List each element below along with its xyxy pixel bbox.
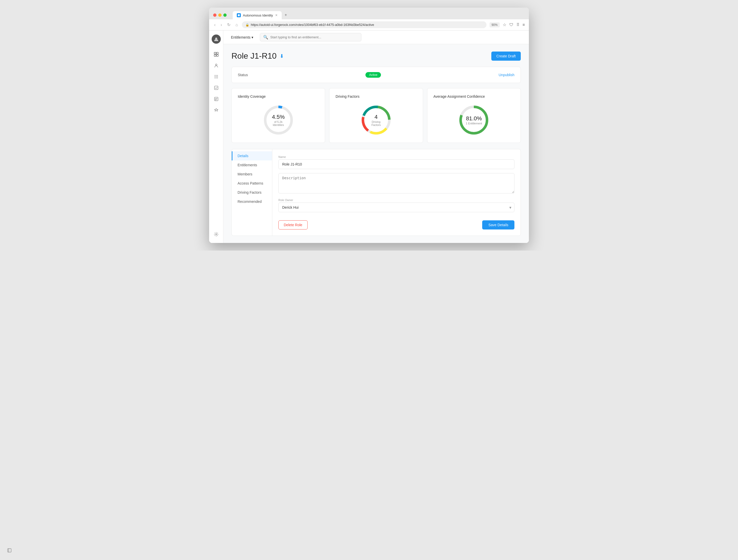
- svg-point-11: [216, 76, 217, 77]
- tab-title: Autonomous Identity: [243, 13, 273, 17]
- home-button[interactable]: ⌂: [235, 22, 239, 28]
- sidebar-item-reports[interactable]: [212, 94, 221, 103]
- svg-point-7: [215, 75, 215, 76]
- sidebar-item-dashboard[interactable]: [212, 50, 221, 59]
- search-input[interactable]: [270, 35, 358, 39]
- role-owner-select[interactable]: Derick Hui: [278, 203, 514, 212]
- nav-item-driving-factors[interactable]: Driving Factors: [232, 188, 272, 197]
- nav-item-access-patterns[interactable]: Access Patterns: [232, 179, 272, 188]
- sidebar-item-settings[interactable]: [212, 230, 221, 239]
- svg-point-8: [216, 75, 217, 76]
- name-field-group: Name: [278, 156, 514, 169]
- svg-point-10: [215, 76, 215, 77]
- chevron-down-icon: ▾: [252, 35, 253, 39]
- description-textarea[interactable]: [278, 173, 514, 194]
- bookmark-icon[interactable]: ☆: [503, 22, 506, 27]
- role-owner-select-wrapper: Derick Hui ▾: [278, 203, 514, 212]
- sidebar-item-tools[interactable]: [212, 105, 221, 115]
- avg-confidence-title: Average Assignment Confidence: [433, 94, 485, 98]
- identity-coverage-chart: 4.5% of 5.2k Identities: [262, 103, 295, 136]
- search-icon: 🔍: [263, 35, 268, 40]
- identity-coverage-card: Identity Coverage 4.5% of 5.2k Identitie…: [232, 88, 325, 143]
- active-badge: Active: [365, 72, 381, 78]
- menu-icon[interactable]: ≡: [522, 23, 525, 27]
- metric-cards: Identity Coverage 4.5% of 5.2k Identitie…: [232, 88, 521, 143]
- svg-point-0: [238, 14, 240, 16]
- avg-confidence-sub: 1 Entitlement: [466, 122, 482, 125]
- svg-point-15: [217, 78, 218, 78]
- save-details-button[interactable]: Save Details: [482, 220, 514, 230]
- driving-factors-value: 4: [368, 114, 384, 120]
- role-owner-field-group: Role Owner Derick Hui ▾: [278, 199, 514, 212]
- description-field-group: [278, 173, 514, 195]
- identity-coverage-sub: of 5.2k Identities: [270, 120, 287, 126]
- name-label: Name: [278, 156, 514, 159]
- nav-item-members[interactable]: Members: [232, 170, 272, 179]
- address-bar: ‹ › ↻ ⌂ 🔒 https://autoid-ui.forgerock.co…: [209, 19, 529, 30]
- status-label: Status: [238, 73, 248, 77]
- traffic-light-red[interactable]: [213, 13, 217, 17]
- zoom-level: 90%: [489, 22, 500, 27]
- name-input[interactable]: [278, 160, 514, 169]
- driving-factors-card: Driving Factors: [329, 88, 423, 143]
- extensions-icon[interactable]: ⠿: [516, 22, 519, 27]
- identity-coverage-value: 4.5%: [270, 114, 287, 120]
- new-tab-button[interactable]: +: [282, 11, 290, 19]
- sidebar: [209, 30, 223, 243]
- identity-coverage-title: Identity Coverage: [238, 94, 266, 98]
- back-button[interactable]: ‹: [213, 22, 217, 28]
- driving-factors-title: Driving Factors: [336, 94, 359, 98]
- url-input[interactable]: 🔒 https://autoid-ui.forgerock.com/roles/…: [242, 21, 486, 28]
- svg-point-12: [217, 76, 218, 77]
- reload-button[interactable]: ↻: [226, 22, 232, 28]
- sidebar-item-tasks[interactable]: [212, 83, 221, 92]
- avg-confidence-chart: 81.0% 1 Entitlement: [457, 103, 490, 136]
- delete-role-button[interactable]: Delete Role: [278, 220, 308, 230]
- content-navigation: Details Entitlements Members Access Patt…: [232, 149, 272, 236]
- page-title: Role J1-R10: [232, 51, 277, 61]
- sidebar-item-grid[interactable]: [212, 72, 221, 81]
- svg-point-18: [216, 234, 217, 235]
- shield-icon: 🛡: [509, 23, 513, 27]
- driving-factors-chart: 4 Driving Factors: [360, 103, 393, 136]
- content-panel: Details Entitlements Members Access Patt…: [232, 149, 521, 236]
- svg-rect-16: [215, 86, 218, 90]
- create-draft-button[interactable]: Create Draft: [491, 51, 521, 61]
- page-header: Role J1-R10 ⬇ Create Draft: [232, 51, 521, 61]
- tab-close-button[interactable]: ✕: [275, 13, 278, 17]
- avg-confidence-card: Average Assignment Confidence 81.0% 1 En…: [427, 88, 521, 143]
- main-content: Role J1-R10 ⬇ Create Draft Status Active…: [223, 44, 529, 243]
- nav-item-details[interactable]: Details: [232, 151, 272, 161]
- form-actions: Delete Role Save Details: [278, 220, 514, 230]
- traffic-light-green[interactable]: [223, 13, 227, 17]
- browser-tab[interactable]: Autonomous Identity ✕: [233, 11, 282, 19]
- forward-button[interactable]: ›: [220, 22, 223, 28]
- sidebar-item-users[interactable]: [212, 61, 221, 70]
- svg-rect-2: [214, 52, 216, 54]
- avg-confidence-value: 81.0%: [466, 115, 482, 122]
- entitlements-button[interactable]: Entitlements ▾: [229, 34, 256, 41]
- tab-favicon: [237, 13, 241, 17]
- search-box[interactable]: 🔍: [260, 33, 361, 41]
- nav-item-recommended[interactable]: Recommended: [232, 197, 272, 206]
- svg-point-13: [215, 78, 215, 78]
- svg-rect-5: [217, 55, 218, 56]
- security-icon: 🔒: [246, 23, 249, 27]
- traffic-light-yellow[interactable]: [218, 13, 222, 17]
- top-navigation: Entitlements ▾ 🔍: [223, 30, 529, 44]
- svg-rect-4: [214, 55, 216, 56]
- url-text: https://autoid-ui.forgerock.com/roles/10…: [251, 23, 374, 27]
- svg-rect-3: [217, 52, 218, 54]
- details-form: Name Role Owner Derick Hui: [272, 149, 520, 236]
- nav-item-entitlements[interactable]: Entitlements: [232, 161, 272, 170]
- download-icon[interactable]: ⬇: [280, 53, 284, 59]
- avatar[interactable]: [212, 34, 221, 44]
- svg-point-14: [216, 78, 217, 78]
- role-owner-label: Role Owner: [278, 199, 514, 202]
- svg-rect-17: [215, 97, 218, 101]
- svg-point-6: [216, 64, 217, 65]
- unpublish-button[interactable]: Unpublish: [499, 73, 514, 77]
- status-card: Status Active Unpublish: [232, 67, 521, 83]
- driving-factors-sub: Driving Factors: [368, 120, 384, 126]
- svg-point-9: [217, 75, 218, 76]
